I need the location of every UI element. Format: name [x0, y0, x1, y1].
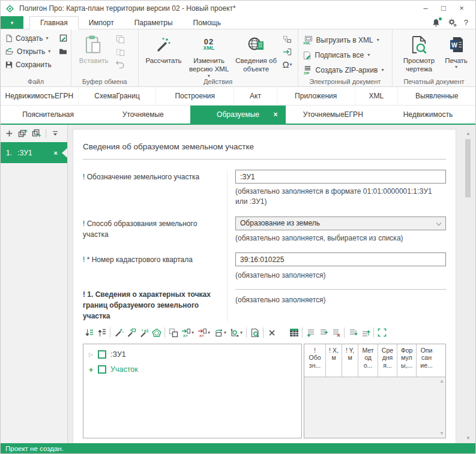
copy-contour-icon[interactable]: [167, 326, 179, 339]
expander-icon[interactable]: ▷: [88, 351, 94, 357]
menu-tab-help[interactable]: Помощь: [183, 16, 231, 29]
divider: [344, 327, 345, 338]
col-designation[interactable]: ! Обо зн...: [304, 344, 326, 377]
delete-icon[interactable]: [265, 326, 278, 339]
export-xy-icon[interactable]: XY▾: [179, 326, 196, 339]
calc-area-wand-icon[interactable]: [125, 326, 137, 339]
method-select[interactable]: Образование из земель: [235, 217, 446, 230]
duplicate-parcel-icon[interactable]: [16, 127, 29, 140]
omega-symbol-button[interactable]: Ω▾: [281, 59, 294, 70]
settings-gear-icon[interactable]: [448, 18, 457, 28]
tab-shema-granic[interactable]: СхемаГраниц: [79, 87, 157, 105]
scroll-down-icon[interactable]: ▼: [464, 435, 472, 441]
insert-row-icon[interactable]: [317, 326, 330, 339]
scroll-up-icon[interactable]: ▲: [464, 131, 472, 137]
paste-special-icon[interactable]: [113, 47, 127, 57]
change-xml-version-button[interactable]: 02XML Изменить версию XML ▾: [184, 32, 233, 79]
status-bar: Проект не создан.: [1, 443, 475, 453]
preview-points-icon[interactable]: [249, 326, 261, 339]
new-project-button[interactable]: Создать ▾: [5, 32, 67, 44]
menu-tab-main[interactable]: Главная: [29, 16, 79, 29]
parcel-list-item[interactable]: 1. :ЗУ1 ×: [1, 142, 67, 163]
tab-utochnyaemye[interactable]: Уточняемые: [95, 106, 190, 124]
polygon-icon[interactable]: [150, 326, 163, 339]
print-word-button[interactable]: W Печать ▾: [441, 32, 472, 70]
tree-item-zu1[interactable]: ▷ :ЗУ1: [83, 347, 301, 362]
calculate-button[interactable]: Рассчитать: [143, 32, 184, 65]
col-description[interactable]: Опи сан ие...: [417, 344, 436, 377]
tree-item-uchastok[interactable]: + Участок: [83, 362, 301, 377]
save-floppy-icon: [5, 61, 13, 68]
undo-icon[interactable]: [113, 59, 127, 70]
col-x[interactable]: ! X, м: [326, 344, 342, 377]
col-formulas[interactable]: Фор мул ы,...: [397, 344, 417, 377]
tab-akt[interactable]: Акт: [234, 87, 277, 105]
paste-button[interactable]: Вставить: [76, 32, 111, 65]
maximize-button[interactable]: □: [435, 2, 453, 14]
points-toolbar: н1 XY▾ XY▾ ▾ ▾: [83, 326, 446, 340]
col-precision[interactable]: Сре дня я...: [378, 344, 397, 377]
scrollbar-thumb[interactable]: [465, 139, 471, 197]
add-row-icon[interactable]: [304, 326, 317, 339]
divider: [302, 327, 303, 338]
calc-wand-icon[interactable]: [112, 326, 125, 339]
vertical-scrollbar[interactable]: ▲ ▼: [464, 131, 472, 441]
notifications-bell-icon[interactable]: [432, 18, 441, 28]
renumber-asc-icon[interactable]: [95, 326, 108, 339]
folder-icon[interactable]: [59, 48, 67, 55]
tab-utochnyaemye-egrn[interactable]: УточняемыеЕГРН: [286, 106, 381, 124]
export-xml-button[interactable]: XML Выгрузить в XML ▾: [303, 34, 389, 47]
structure-icon[interactable]: [281, 34, 294, 44]
renumber-desc-icon[interactable]: [83, 326, 95, 339]
import-xy-icon[interactable]: XY▾: [196, 326, 212, 339]
file-menu-button[interactable]: ▾: [1, 16, 23, 29]
tab-close-icon[interactable]: ×: [274, 110, 278, 119]
checkbox[interactable]: [98, 350, 106, 359]
quarter-input[interactable]: [235, 252, 446, 266]
fullscreen-icon[interactable]: [376, 326, 388, 339]
copy-icon[interactable]: [113, 34, 127, 44]
tab-vyyavlennye[interactable]: Выявленные: [398, 87, 475, 105]
object-info-button[interactable]: Сведения об объекте: [234, 32, 279, 74]
collapse-list-icon[interactable]: [49, 127, 62, 140]
coordinate-axes-icon[interactable]: ▾: [228, 326, 244, 339]
save-project-button[interactable]: Сохранить: [5, 59, 67, 70]
new-from-template-icon[interactable]: [59, 34, 67, 42]
ribbon: Создать ▾ Открыть ▾ Сохранить Файл: [1, 29, 475, 87]
tab-poyasnitelnaya[interactable]: Пояснительная: [1, 106, 95, 124]
copy-parcel-icon[interactable]: [30, 127, 43, 140]
move-row-down-icon[interactable]: [346, 326, 359, 339]
table-scroll-down-icon[interactable]: ▼: [439, 431, 444, 436]
create-zip-button[interactable]: ZIP Создать ZIP-архив ▾: [303, 64, 389, 77]
menu-tab-parameters[interactable]: Параметры: [124, 16, 183, 29]
rotate-contour-icon[interactable]: ▾: [212, 326, 228, 339]
open-project-button[interactable]: Открыть ▾: [5, 46, 67, 57]
col-method[interactable]: Мет од о...: [358, 344, 378, 377]
help-icon[interactable]: ?: [464, 18, 468, 27]
tab-nedvizhimost[interactable]: Недвижимость: [381, 106, 475, 124]
tree-item-label: :ЗУ1: [110, 350, 126, 359]
table-scroll-up-icon[interactable]: ▲: [439, 379, 444, 384]
designation-input[interactable]: [235, 170, 446, 184]
delete-row-icon[interactable]: [330, 326, 342, 339]
tab-postroeniya[interactable]: Построения: [156, 87, 234, 105]
import-sign-icon[interactable]: [281, 47, 294, 57]
add-icon[interactable]: +: [88, 365, 94, 374]
checkbox[interactable]: [98, 365, 106, 374]
add-parcel-icon[interactable]: [2, 127, 16, 140]
minimize-button[interactable]: –: [417, 2, 435, 14]
sign-all-button[interactable]: Подписать все ▾: [303, 49, 389, 62]
close-button[interactable]: ×: [453, 2, 471, 14]
drawing-preview-button[interactable]: Просмотр чертежа: [397, 32, 441, 74]
tab-xml[interactable]: XML: [355, 87, 399, 105]
calc-h1-wand-icon[interactable]: н1: [137, 326, 150, 339]
move-row-up-icon[interactable]: [359, 326, 372, 339]
menu-tab-import[interactable]: Импорт: [79, 16, 124, 29]
parcel-close-icon[interactable]: ×: [54, 149, 58, 157]
table-view-icon[interactable]: [288, 326, 300, 339]
tab-obrazuemye-active[interactable]: Образуемые ×: [190, 106, 285, 124]
tab-nedvizhimost-egrn[interactable]: НедвижимостьЕГРН: [1, 87, 79, 105]
col-y[interactable]: ! Y, м: [342, 344, 358, 377]
tab-prilozheniya[interactable]: Приложения: [277, 87, 355, 105]
quarter-label: ! * Номер кадастрового квартала: [83, 252, 220, 281]
